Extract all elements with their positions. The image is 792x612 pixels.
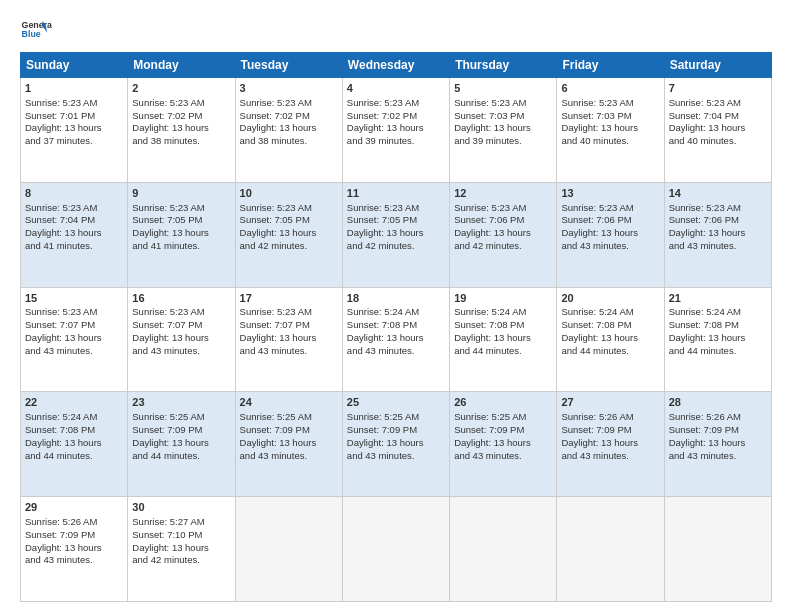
day-number: 9 (132, 186, 230, 201)
header: General Blue (20, 16, 772, 44)
calendar-day-empty (450, 497, 557, 602)
calendar-day-17: 17Sunrise: 5:23 AMSunset: 7:07 PMDayligh… (235, 287, 342, 392)
day-number: 24 (240, 395, 338, 410)
logo: General Blue (20, 16, 52, 44)
calendar-day-20: 20Sunrise: 5:24 AMSunset: 7:08 PMDayligh… (557, 287, 664, 392)
calendar-day-12: 12Sunrise: 5:23 AMSunset: 7:06 PMDayligh… (450, 182, 557, 287)
calendar-day-28: 28Sunrise: 5:26 AMSunset: 7:09 PMDayligh… (664, 392, 771, 497)
day-header-thursday: Thursday (450, 53, 557, 78)
day-header-wednesday: Wednesday (342, 53, 449, 78)
day-number: 7 (669, 81, 767, 96)
day-number: 15 (25, 291, 123, 306)
calendar-day-1: 1Sunrise: 5:23 AMSunset: 7:01 PMDaylight… (21, 78, 128, 183)
calendar-day-8: 8Sunrise: 5:23 AMSunset: 7:04 PMDaylight… (21, 182, 128, 287)
calendar-day-3: 3Sunrise: 5:23 AMSunset: 7:02 PMDaylight… (235, 78, 342, 183)
day-number: 17 (240, 291, 338, 306)
calendar-day-empty (342, 497, 449, 602)
day-number: 18 (347, 291, 445, 306)
calendar-day-9: 9Sunrise: 5:23 AMSunset: 7:05 PMDaylight… (128, 182, 235, 287)
day-number: 16 (132, 291, 230, 306)
calendar-row-1: 1Sunrise: 5:23 AMSunset: 7:01 PMDaylight… (21, 78, 772, 183)
svg-text:Blue: Blue (22, 29, 41, 39)
calendar-day-10: 10Sunrise: 5:23 AMSunset: 7:05 PMDayligh… (235, 182, 342, 287)
day-number: 28 (669, 395, 767, 410)
calendar-day-empty (557, 497, 664, 602)
day-number: 6 (561, 81, 659, 96)
day-number: 4 (347, 81, 445, 96)
day-header-friday: Friday (557, 53, 664, 78)
calendar-day-empty (664, 497, 771, 602)
day-number: 13 (561, 186, 659, 201)
calendar-day-6: 6Sunrise: 5:23 AMSunset: 7:03 PMDaylight… (557, 78, 664, 183)
day-number: 23 (132, 395, 230, 410)
day-number: 25 (347, 395, 445, 410)
day-number: 12 (454, 186, 552, 201)
day-number: 14 (669, 186, 767, 201)
day-number: 20 (561, 291, 659, 306)
day-header-sunday: Sunday (21, 53, 128, 78)
calendar-header-row: SundayMondayTuesdayWednesdayThursdayFrid… (21, 53, 772, 78)
day-number: 29 (25, 500, 123, 515)
calendar-day-29: 29Sunrise: 5:26 AMSunset: 7:09 PMDayligh… (21, 497, 128, 602)
day-number: 27 (561, 395, 659, 410)
calendar-day-2: 2Sunrise: 5:23 AMSunset: 7:02 PMDaylight… (128, 78, 235, 183)
calendar-day-25: 25Sunrise: 5:25 AMSunset: 7:09 PMDayligh… (342, 392, 449, 497)
day-number: 11 (347, 186, 445, 201)
calendar-day-empty (235, 497, 342, 602)
calendar-row-3: 15Sunrise: 5:23 AMSunset: 7:07 PMDayligh… (21, 287, 772, 392)
calendar-day-22: 22Sunrise: 5:24 AMSunset: 7:08 PMDayligh… (21, 392, 128, 497)
svg-text:General: General (22, 20, 52, 30)
day-number: 10 (240, 186, 338, 201)
day-number: 30 (132, 500, 230, 515)
calendar-table: SundayMondayTuesdayWednesdayThursdayFrid… (20, 52, 772, 602)
day-number: 8 (25, 186, 123, 201)
calendar-day-26: 26Sunrise: 5:25 AMSunset: 7:09 PMDayligh… (450, 392, 557, 497)
day-number: 3 (240, 81, 338, 96)
calendar-day-16: 16Sunrise: 5:23 AMSunset: 7:07 PMDayligh… (128, 287, 235, 392)
calendar-day-13: 13Sunrise: 5:23 AMSunset: 7:06 PMDayligh… (557, 182, 664, 287)
calendar-day-11: 11Sunrise: 5:23 AMSunset: 7:05 PMDayligh… (342, 182, 449, 287)
calendar-day-27: 27Sunrise: 5:26 AMSunset: 7:09 PMDayligh… (557, 392, 664, 497)
day-number: 26 (454, 395, 552, 410)
day-header-monday: Monday (128, 53, 235, 78)
day-number: 19 (454, 291, 552, 306)
day-number: 1 (25, 81, 123, 96)
calendar-day-5: 5Sunrise: 5:23 AMSunset: 7:03 PMDaylight… (450, 78, 557, 183)
day-number: 22 (25, 395, 123, 410)
calendar-day-18: 18Sunrise: 5:24 AMSunset: 7:08 PMDayligh… (342, 287, 449, 392)
day-header-saturday: Saturday (664, 53, 771, 78)
calendar-day-23: 23Sunrise: 5:25 AMSunset: 7:09 PMDayligh… (128, 392, 235, 497)
logo-icon: General Blue (20, 16, 52, 44)
day-number: 2 (132, 81, 230, 96)
calendar-day-19: 19Sunrise: 5:24 AMSunset: 7:08 PMDayligh… (450, 287, 557, 392)
page: General Blue SundayMondayTuesdayWednesda… (0, 0, 792, 612)
calendar-row-4: 22Sunrise: 5:24 AMSunset: 7:08 PMDayligh… (21, 392, 772, 497)
calendar-day-4: 4Sunrise: 5:23 AMSunset: 7:02 PMDaylight… (342, 78, 449, 183)
calendar-day-24: 24Sunrise: 5:25 AMSunset: 7:09 PMDayligh… (235, 392, 342, 497)
calendar-day-15: 15Sunrise: 5:23 AMSunset: 7:07 PMDayligh… (21, 287, 128, 392)
calendar-day-30: 30Sunrise: 5:27 AMSunset: 7:10 PMDayligh… (128, 497, 235, 602)
calendar-day-14: 14Sunrise: 5:23 AMSunset: 7:06 PMDayligh… (664, 182, 771, 287)
day-number: 5 (454, 81, 552, 96)
calendar-row-5: 29Sunrise: 5:26 AMSunset: 7:09 PMDayligh… (21, 497, 772, 602)
day-header-tuesday: Tuesday (235, 53, 342, 78)
calendar-day-7: 7Sunrise: 5:23 AMSunset: 7:04 PMDaylight… (664, 78, 771, 183)
calendar-day-21: 21Sunrise: 5:24 AMSunset: 7:08 PMDayligh… (664, 287, 771, 392)
calendar-row-2: 8Sunrise: 5:23 AMSunset: 7:04 PMDaylight… (21, 182, 772, 287)
day-number: 21 (669, 291, 767, 306)
